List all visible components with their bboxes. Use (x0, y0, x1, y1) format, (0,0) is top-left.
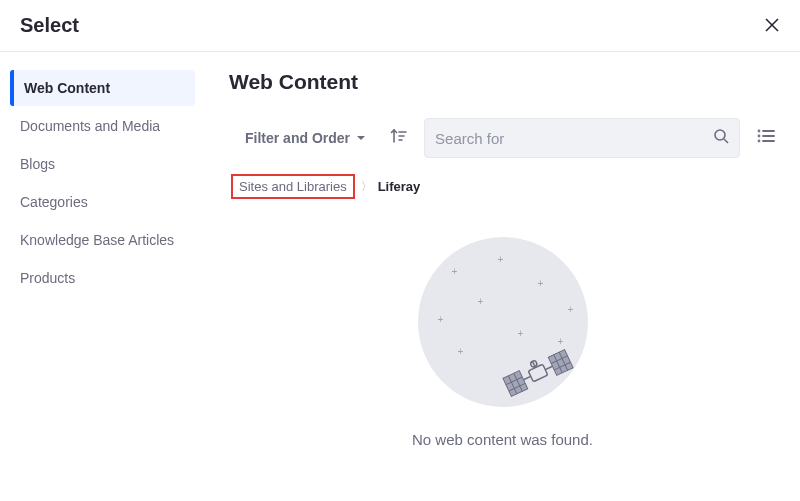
filter-order-label: Filter and Order (245, 130, 350, 146)
sidebar-item-label: Products (20, 270, 75, 286)
sidebar-item-documents-media[interactable]: Documents and Media (10, 108, 195, 144)
svg-point-6 (715, 130, 725, 140)
sidebar-item-categories[interactable]: Categories (10, 184, 195, 220)
svg-rect-24 (528, 364, 548, 382)
svg-point-12 (759, 141, 760, 142)
breadcrumb: Sites and Libraries 〉 Liferay (231, 174, 780, 199)
caret-down-icon (356, 133, 366, 143)
breadcrumb-current: Liferay (378, 179, 421, 194)
svg-line-26 (545, 366, 552, 369)
svg-point-10 (759, 136, 760, 137)
modal-title: Select (20, 14, 79, 37)
modal-header: Select (0, 0, 800, 52)
sidebar-item-blogs[interactable]: Blogs (10, 146, 195, 182)
filter-order-dropdown[interactable]: Filter and Order (237, 124, 374, 152)
svg-line-25 (523, 376, 530, 379)
empty-illustration: + + + + + + + + + (418, 237, 588, 407)
sidebar-item-knowledge-base[interactable]: Knowledge Base Articles (10, 222, 195, 258)
sidebar-item-products[interactable]: Products (10, 260, 195, 296)
search-field[interactable] (424, 118, 740, 158)
sidebar-item-label: Categories (20, 194, 88, 210)
sort-icon[interactable] (386, 123, 412, 153)
breadcrumb-root-link[interactable]: Sites and Libraries (231, 174, 355, 199)
sidebar-item-label: Documents and Media (20, 118, 160, 134)
sidebar-item-label: Blogs (20, 156, 55, 172)
page-title: Web Content (229, 70, 780, 94)
search-icon[interactable] (713, 128, 729, 148)
sidebar-item-label: Knowledge Base Articles (20, 232, 174, 248)
close-icon[interactable] (764, 16, 780, 36)
satellite-icon (498, 343, 578, 403)
sidebar-item-web-content[interactable]: Web Content (10, 70, 195, 106)
empty-message: No web content was found. (412, 431, 593, 448)
main-panel: Web Content Filter and Order (205, 52, 800, 501)
svg-point-8 (759, 131, 760, 132)
modal-body: Web Content Documents and Media Blogs Ca… (0, 52, 800, 501)
search-input[interactable] (435, 130, 713, 147)
svg-line-7 (724, 139, 728, 143)
sidebar: Web Content Documents and Media Blogs Ca… (0, 52, 205, 501)
chevron-right-icon: 〉 (361, 179, 372, 194)
list-view-icon[interactable] (752, 122, 780, 154)
empty-state: + + + + + + + + + (225, 217, 780, 501)
sidebar-item-label: Web Content (24, 80, 110, 96)
toolbar: Filter and Order (225, 118, 780, 158)
